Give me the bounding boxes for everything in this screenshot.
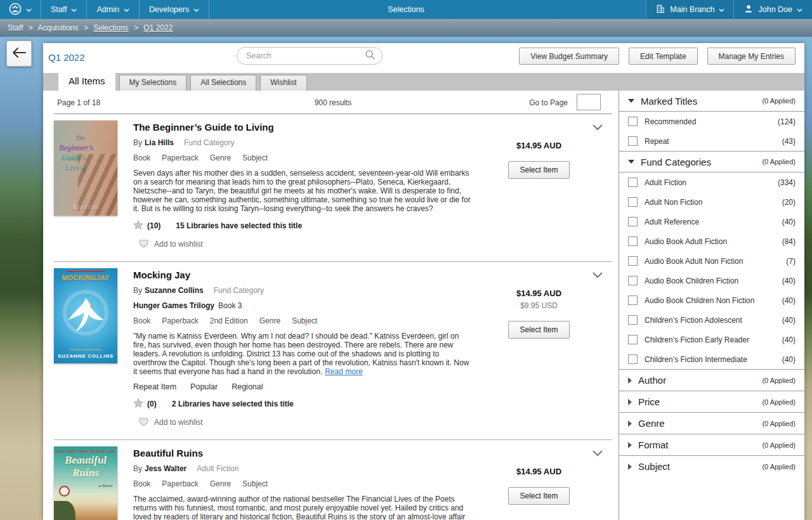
filter-section-genre: Genre (0 Applied) — [619, 412, 804, 434]
filter-applied-count: (0 Applied) — [762, 377, 796, 384]
filter-header-genre[interactable]: Genre (0 Applied) — [619, 413, 804, 434]
checkbox[interactable] — [628, 197, 638, 207]
cover-decoration — [54, 501, 75, 520]
filter-option-count: (40) — [782, 355, 796, 364]
filter-option-row[interactable]: Audio Book Adult Fiction(84) — [619, 231, 804, 251]
filter-header-author[interactable]: Author (0 Applied) — [619, 370, 804, 391]
checkbox[interactable] — [628, 178, 638, 187]
filter-option-label: Adult Fiction — [645, 178, 686, 187]
filter-option-row[interactable]: Adult Reference(40) — [619, 212, 804, 231]
filter-option-row[interactable]: Adult Non Fiction(20) — [619, 192, 804, 212]
checkbox[interactable] — [628, 237, 638, 246]
back-button[interactable] — [6, 41, 32, 67]
filter-option-row[interactable]: Children’s Fiction Adolescent(40) — [619, 310, 804, 330]
tab-all-items[interactable]: All Items — [58, 72, 115, 91]
expand-chevron-icon[interactable] — [592, 122, 603, 133]
attribute-tag: Genre — [210, 153, 231, 162]
select-item-button[interactable]: Select Item — [508, 487, 569, 505]
filter-option-row[interactable]: Repeat (43) — [619, 131, 804, 151]
filter-header-fund-categories[interactable]: Fund Categories (0 Applied) — [619, 152, 804, 172]
manage-my-entries-button[interactable]: Manage My Entries — [707, 48, 796, 65]
filter-option-count: (334) — [778, 178, 796, 187]
breadcrumb-selections-link[interactable]: Selections — [93, 23, 128, 32]
book-status-tags: Repeat ItemPopularRegional — [133, 382, 476, 391]
search-icon[interactable] — [365, 49, 376, 63]
attribute-tag: Subject — [242, 479, 268, 488]
add-to-wishlist[interactable]: Add to wishlist — [133, 417, 476, 428]
expand-chevron-icon[interactable] — [592, 270, 603, 281]
read-more-link[interactable]: Read more — [325, 367, 362, 376]
checkbox[interactable] — [628, 256, 638, 266]
menu-developers[interactable]: Developers — [140, 0, 209, 19]
expand-chevron-icon[interactable] — [592, 448, 603, 459]
filter-option-row[interactable]: Children’s Fiction Early Reader(40) — [619, 330, 804, 349]
book-cover[interactable]: NEW YORK TIMES BESTSELLER Beautiful Ruin… — [54, 446, 117, 520]
book-cover[interactable]: The Beginner’s Guide to Living Lia Hills — [54, 120, 117, 216]
edit-template-button[interactable]: Edit Template — [629, 48, 698, 65]
filter-option-row[interactable]: Audio Book Children Non Fiction(40) — [619, 290, 804, 310]
book-cover[interactable]: MOCKINGJAY SUZANNE COLLINS — [54, 268, 117, 363]
filter-option-row[interactable]: Audio Book Children Fiction(40) — [619, 271, 804, 290]
heart-icon — [138, 417, 149, 428]
app-logo-icon — [9, 3, 22, 17]
view-budget-summary-button[interactable]: View Budget Summary — [519, 48, 619, 65]
branch-selector[interactable]: Main Branch — [646, 0, 733, 19]
checkbox[interactable] — [628, 335, 638, 344]
filter-applied-count: (0 Applied) — [762, 463, 796, 471]
filter-option-row[interactable]: Children’s Fiction Intermediate(40) — [619, 349, 804, 369]
filter-header-price[interactable]: Price (0 Applied) — [619, 391, 804, 412]
tab-wishlist[interactable]: Wishlist — [260, 75, 306, 91]
attribute-tag: Book — [133, 153, 150, 162]
filter-header-subject[interactable]: Subject (0 Applied) — [619, 456, 804, 477]
filter-option-row[interactable]: Recommended (124) — [619, 112, 804, 131]
book-description: Seven days after his mother dies in a su… — [133, 169, 471, 213]
checkbox[interactable] — [628, 276, 638, 285]
filter-header-format[interactable]: Format (0 Applied) — [619, 434, 804, 455]
tab-my-selections[interactable]: My Selections — [119, 75, 187, 91]
price-aud: $14.95 AUD — [496, 289, 582, 298]
top-nav-bar: Staff Admin Developers Selections Main B… — [0, 0, 812, 19]
filter-title: Format — [638, 439, 669, 450]
filter-option-count: (40) — [782, 316, 796, 325]
checkbox[interactable] — [628, 136, 638, 146]
app-logo-menu[interactable] — [0, 0, 41, 19]
goto-page-input[interactable] — [577, 94, 601, 110]
filter-option-label: Repeat — [645, 137, 669, 146]
filter-option-label: Audio Book Adult Non Fiction — [645, 257, 743, 266]
by-label: By — [133, 464, 142, 473]
menu-admin[interactable]: Admin — [87, 0, 139, 19]
attribute-tag: Book — [133, 479, 150, 488]
filter-option-count: (84) — [782, 237, 796, 246]
menu-staff-label: Staff — [51, 5, 67, 14]
filter-option-row[interactable]: Adult Fiction(334) — [619, 172, 804, 192]
breadcrumb-q1-2022-link[interactable]: Q1 2022 — [143, 23, 173, 32]
checkbox[interactable] — [628, 315, 638, 325]
star-icon — [133, 398, 143, 410]
menu-staff[interactable]: Staff — [41, 0, 87, 19]
add-to-wishlist[interactable]: Add to wishlist — [133, 238, 476, 250]
checkbox[interactable] — [628, 217, 638, 226]
filter-option-row[interactable]: Audio Book Adult Non Fiction(7) — [619, 251, 804, 271]
cover-author: Lia Hills — [73, 203, 98, 211]
checkbox[interactable] — [628, 117, 638, 126]
filter-title: Fund Categories — [641, 157, 711, 167]
checkbox[interactable] — [628, 296, 638, 305]
tab-all-selections[interactable]: All Selections — [190, 75, 256, 91]
topbar-title: Selections — [388, 0, 424, 19]
select-item-button[interactable]: Select Item — [508, 321, 569, 339]
search-input[interactable] — [246, 51, 365, 60]
cover-text: NEW YORK TIMES BESTSELLER — [54, 450, 117, 453]
checkbox[interactable] — [628, 354, 638, 364]
filter-option-label: Audio Book Adult Fiction — [645, 237, 727, 246]
filter-option-count: (124) — [778, 117, 796, 126]
filter-title: Marked Titles — [641, 96, 697, 107]
cover-text: Living — [65, 164, 86, 173]
select-item-button[interactable]: Select Item — [508, 161, 569, 179]
book-list-item: The Beginner’s Guide to Living Lia Hills… — [54, 114, 612, 262]
filter-title: Author — [638, 375, 666, 386]
breadcrumb-separator: > — [84, 23, 88, 32]
book-attributes: BookPaperbackGenreSubject — [133, 153, 476, 162]
filter-header-marked-titles[interactable]: Marked Titles (0 Applied) — [619, 91, 804, 112]
user-menu[interactable]: John Doe — [733, 0, 812, 19]
chevron-down-icon — [628, 160, 634, 164]
